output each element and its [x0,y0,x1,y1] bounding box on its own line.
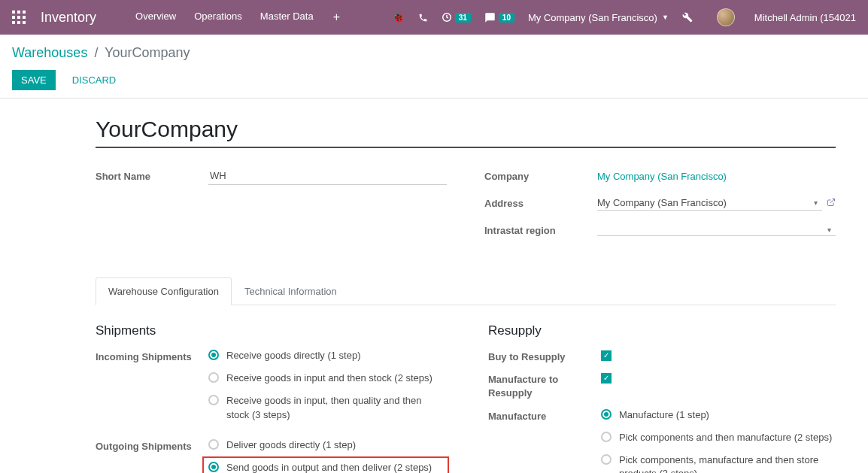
breadcrumb-root[interactable]: Warehouses [12,45,87,60]
tabs: Warehouse Configuration Technical Inform… [96,277,836,305]
address-label: Address [484,198,597,209]
outgoing-option-2[interactable]: Send goods in output and then deliver (2… [208,461,443,473]
radio-icon [208,439,219,450]
nav-menu: Overview Operations Master Data + [126,2,351,33]
manuf-resupply-label: Manufacture to Resupply [488,371,601,400]
svg-rect-0 [12,11,15,14]
chevron-down-icon[interactable]: ▾ [827,226,831,234]
form-sheet: YourCompany Short Name Company My Compan… [0,99,868,473]
short-name-input[interactable] [208,167,447,185]
radio-icon [208,372,219,383]
radio-icon [601,432,612,442]
incoming-label: Incoming Shipments [96,349,208,364]
apps-icon[interactable] [12,11,26,24]
username[interactable]: Mitchell Admin (154021 [754,12,856,23]
discuss-icon[interactable]: 10 [484,12,514,23]
radio-icon [601,409,612,420]
svg-rect-5 [23,16,26,19]
breadcrumb-current: YourCompany [105,45,190,60]
buy-resupply-checkbox[interactable]: ✓ [601,350,612,361]
svg-rect-1 [17,11,20,14]
svg-line-10 [830,199,835,203]
radio-icon [208,395,219,405]
nav-overview[interactable]: Overview [126,2,185,33]
activity-icon[interactable]: 31 [442,12,471,23]
company-switcher[interactable]: My Company (San Francisco) ▼ [528,12,669,23]
outgoing-option-1[interactable]: Deliver goods directly (1 step) [208,438,443,452]
manufacture-label: Manufacture [488,408,601,423]
address-value[interactable]: My Company (San Francisco) [597,197,809,208]
control-panel: Warehouses / YourCompany Save Discard [0,35,868,99]
avatar[interactable] [717,8,735,26]
top-navbar: Inventory Overview Operations Master Dat… [0,0,868,35]
incoming-option-2[interactable]: Receive goods in input and then stock (2… [208,371,443,385]
svg-rect-2 [23,11,26,14]
manufacture-option-2[interactable]: Pick components and then manufacture (2 … [601,431,836,444]
outgoing-label: Outgoing Shipments [96,438,208,453]
tab-technical-info[interactable]: Technical Information [232,277,350,305]
discuss-badge: 10 [499,13,514,23]
bug-icon[interactable]: 🐞 [392,11,405,23]
activity-badge: 31 [455,13,471,23]
breadcrumb: Warehouses / YourCompany [12,45,856,61]
company-link[interactable]: My Company (San Francisco) [597,171,727,182]
systray: 🐞 31 10 My Company (San Francisco) ▼ Mit… [392,8,856,26]
svg-rect-6 [12,21,15,24]
buy-resupply-label: Buy to Resupply [488,349,601,364]
nav-operations[interactable]: Operations [185,2,251,33]
chevron-down-icon[interactable]: ▾ [814,199,818,207]
chevron-down-icon: ▼ [662,14,669,21]
debug-icon[interactable] [682,12,693,23]
short-name-label: Short Name [96,171,208,182]
external-link-icon[interactable] [827,198,836,209]
nav-new-icon[interactable]: + [323,2,351,33]
radio-icon [208,350,219,360]
radio-icon [601,454,612,465]
svg-rect-4 [17,16,20,19]
svg-rect-7 [17,21,20,24]
record-title: YourCompany [96,117,836,148]
tab-warehouse-config[interactable]: Warehouse Configuration [96,277,232,305]
radio-icon [208,462,219,472]
incoming-option-3[interactable]: Receive goods in input, then quality and… [208,394,443,421]
discard-button[interactable]: Discard [63,70,126,90]
save-button[interactable]: Save [12,70,56,90]
breadcrumb-sep: / [94,45,98,60]
resupply-title: Resupply [488,323,836,338]
manufacture-option-3[interactable]: Pick components, manufacture and then st… [601,453,836,473]
nav-master-data[interactable]: Master Data [251,2,323,33]
company-name: My Company (San Francisco) [528,12,657,23]
svg-rect-8 [23,21,26,24]
svg-rect-3 [12,16,15,19]
tab-content: Shipments Incoming Shipments Receive goo… [96,305,836,473]
manuf-resupply-checkbox[interactable]: ✓ [601,373,612,384]
company-label: Company [484,171,597,182]
highlight-annotation: Send goods in output and then deliver (2… [202,456,449,473]
shipments-title: Shipments [96,323,443,338]
intrastat-label: Intrastat region [484,225,597,236]
phone-icon[interactable] [418,13,428,23]
incoming-option-1[interactable]: Receive goods directly (1 step) [208,349,443,362]
app-title[interactable]: Inventory [41,10,96,26]
manufacture-option-1[interactable]: Manufacture (1 step) [601,408,836,422]
